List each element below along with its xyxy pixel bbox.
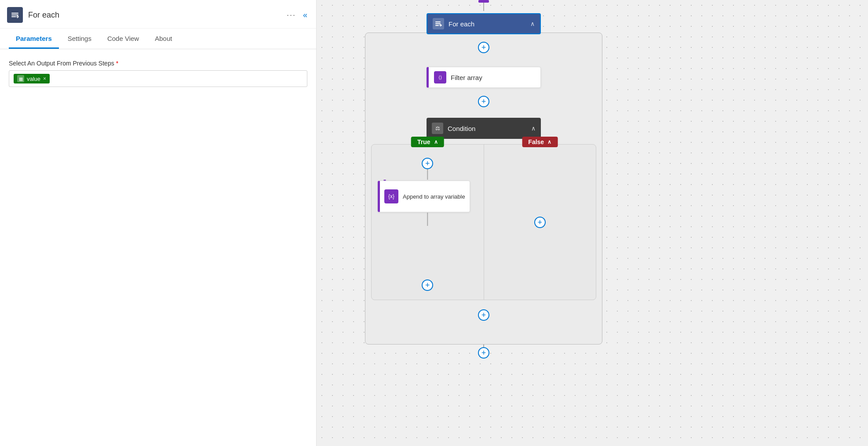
tab-settings[interactable]: Settings: [61, 29, 98, 49]
collapse-panel-button[interactable]: «: [303, 11, 307, 20]
for-each-node[interactable]: For each ∧: [427, 13, 541, 34]
add-in-false-branch[interactable]: +: [534, 217, 546, 228]
append-to-array-node[interactable]: {x} Append to array variable: [378, 181, 470, 212]
tag-close-button[interactable]: ×: [43, 76, 46, 82]
tag-table-icon: ▦: [17, 75, 24, 82]
filter-array-node[interactable]: ⟨⟩ Filter array: [427, 67, 541, 88]
condition-branches-container: True ∧ + {x} Append to array variable +: [371, 144, 596, 300]
svg-rect-17: [435, 22, 441, 22]
more-options-button[interactable]: ···: [287, 11, 296, 20]
output-input[interactable]: ▦ value ×: [9, 70, 307, 87]
add-below-append[interactable]: +: [422, 279, 433, 291]
append-node-icon: {x}: [384, 189, 398, 203]
true-branch: True ∧ + {x} Append to array variable +: [372, 145, 484, 300]
filter-array-icon: ⟨⟩: [434, 71, 446, 83]
panel-title: For each: [28, 11, 287, 20]
loop-node-icon: [435, 20, 442, 27]
for-each-collapse-icon[interactable]: ∧: [530, 20, 535, 27]
loop-icon: [11, 11, 19, 19]
add-after-filter[interactable]: +: [478, 96, 489, 107]
svg-rect-4: [478, 0, 489, 3]
for-each-node-label: For each: [449, 20, 530, 28]
condition-node[interactable]: ⚖ Condition ∧: [427, 118, 541, 139]
panel-header: For each ··· «: [0, 0, 316, 29]
true-collapse-icon: ∧: [434, 139, 438, 145]
condition-node-label: Condition: [448, 125, 531, 132]
for-each-header-icon: [7, 7, 23, 23]
flow-canvas: For each ∧ + ⟨⟩ Filter array + ⚖ Conditi…: [317, 0, 868, 446]
add-below-flow[interactable]: +: [478, 347, 489, 359]
true-branch-header[interactable]: True ∧: [411, 137, 444, 147]
false-collapse-icon: ∧: [547, 139, 551, 145]
tag-value-label: value: [27, 76, 40, 82]
condition-node-icon: ⚖: [432, 123, 443, 134]
append-node-label: Append to array variable: [403, 193, 465, 200]
tab-code-view[interactable]: Code View: [100, 29, 146, 49]
tab-bar: Parameters Settings Code View About: [0, 29, 316, 49]
add-in-true-branch[interactable]: +: [422, 158, 433, 169]
condition-collapse-icon[interactable]: ∧: [531, 125, 536, 132]
field-label: Select An Output From Previous Steps*: [9, 60, 307, 67]
svg-rect-18: [435, 23, 441, 24]
svg-rect-19: [435, 25, 439, 26]
for-each-node-icon: [433, 18, 444, 29]
tab-parameters[interactable]: Parameters: [9, 29, 59, 49]
svg-rect-2: [11, 16, 16, 17]
header-actions: ··· «: [287, 11, 307, 20]
left-panel: For each ··· « Parameters Settings Code …: [0, 0, 317, 446]
filter-array-label: Filter array: [451, 74, 482, 81]
add-after-for-each[interactable]: +: [478, 42, 489, 53]
value-tag[interactable]: ▦ value ×: [14, 74, 50, 83]
false-branch: False ∧ +: [484, 145, 596, 300]
tab-about[interactable]: About: [148, 29, 179, 49]
add-at-bottom-for-each[interactable]: +: [478, 309, 489, 321]
panel-content: Select An Output From Previous Steps* ▦ …: [0, 49, 316, 446]
false-branch-header[interactable]: False ∧: [522, 137, 558, 147]
svg-rect-0: [11, 13, 18, 14]
